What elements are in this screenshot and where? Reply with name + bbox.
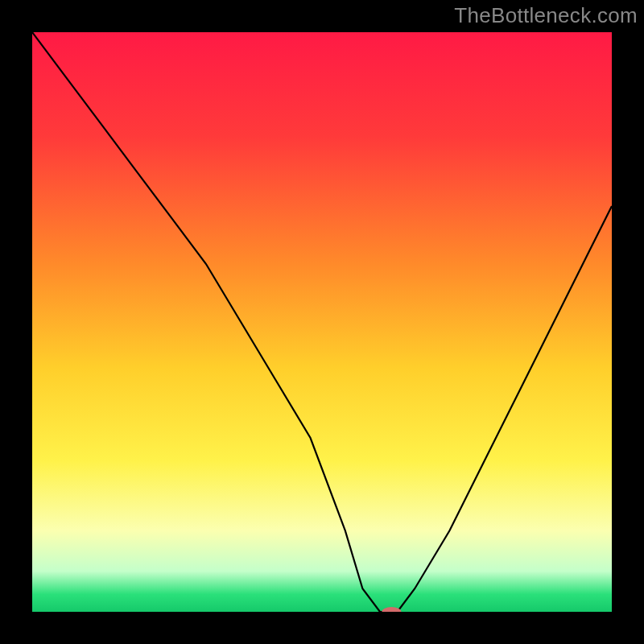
- watermark-label: TheBottleneck.com: [454, 3, 638, 28]
- bottleneck-chart: [32, 32, 612, 612]
- plot-background: [32, 32, 612, 612]
- chart-frame: TheBottleneck.com: [0, 0, 644, 644]
